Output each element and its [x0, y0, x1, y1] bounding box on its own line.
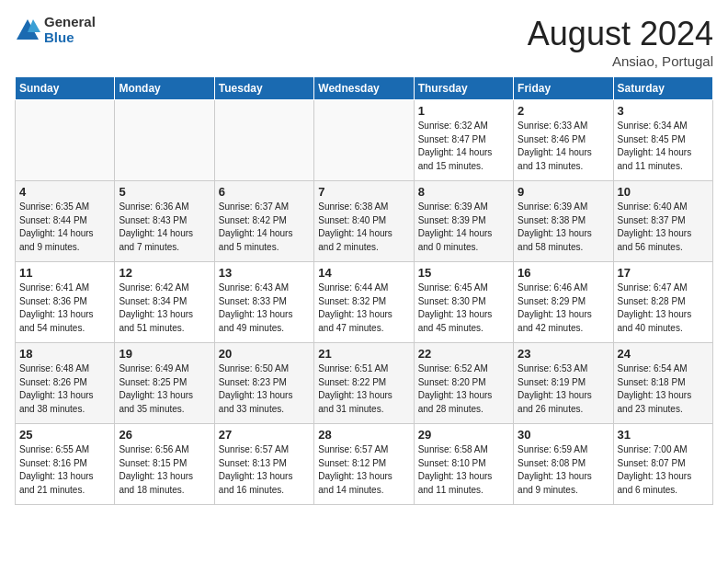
- day-info: Sunrise: 6:52 AM Sunset: 8:20 PM Dayligh…: [418, 362, 509, 416]
- day-info: Sunrise: 6:45 AM Sunset: 8:30 PM Dayligh…: [418, 282, 509, 335]
- day-info: Sunrise: 6:49 AM Sunset: 8:25 PM Dayligh…: [119, 362, 210, 416]
- title-block: August 2024 Ansiao, Portugal: [528, 15, 713, 69]
- calendar-cell: 15Sunrise: 6:45 AM Sunset: 8:30 PM Dayli…: [414, 262, 513, 343]
- day-number: 6: [219, 185, 310, 199]
- calendar-cell: 6Sunrise: 6:37 AM Sunset: 8:42 PM Daylig…: [214, 181, 313, 262]
- calendar-cell: 27Sunrise: 6:57 AM Sunset: 8:13 PM Dayli…: [214, 424, 313, 505]
- day-number: 3: [618, 104, 709, 118]
- day-info: Sunrise: 6:32 AM Sunset: 8:47 PM Dayligh…: [418, 120, 509, 173]
- day-number: 30: [518, 428, 609, 442]
- logo-text: General Blue: [44, 15, 96, 45]
- logo-general: General: [44, 15, 96, 30]
- calendar-cell: 26Sunrise: 6:56 AM Sunset: 8:15 PM Dayli…: [115, 424, 214, 505]
- header-day-monday: Monday: [115, 77, 214, 100]
- header-row: SundayMondayTuesdayWednesdayThursdayFrid…: [16, 77, 713, 100]
- calendar-cell: [314, 100, 414, 181]
- month-title: August 2024: [528, 15, 713, 53]
- header-day-saturday: Saturday: [613, 77, 712, 100]
- day-number: 27: [219, 428, 310, 442]
- calendar-cell: 31Sunrise: 7:00 AM Sunset: 8:07 PM Dayli…: [613, 424, 712, 505]
- calendar-cell: 22Sunrise: 6:52 AM Sunset: 8:20 PM Dayli…: [414, 343, 513, 424]
- day-info: Sunrise: 6:47 AM Sunset: 8:28 PM Dayligh…: [618, 282, 709, 335]
- day-number: 7: [318, 185, 409, 199]
- day-info: Sunrise: 6:55 AM Sunset: 8:16 PM Dayligh…: [19, 443, 110, 497]
- day-number: 23: [518, 347, 609, 361]
- calendar-body: 1Sunrise: 6:32 AM Sunset: 8:47 PM Daylig…: [16, 100, 713, 505]
- calendar-cell: 2Sunrise: 6:33 AM Sunset: 8:46 PM Daylig…: [514, 100, 613, 181]
- day-info: Sunrise: 6:33 AM Sunset: 8:46 PM Dayligh…: [518, 120, 609, 173]
- calendar-week-4: 18Sunrise: 6:48 AM Sunset: 8:26 PM Dayli…: [16, 343, 713, 424]
- day-number: 24: [618, 347, 709, 361]
- calendar-cell: 23Sunrise: 6:53 AM Sunset: 8:19 PM Dayli…: [514, 343, 613, 424]
- day-number: 11: [19, 266, 110, 280]
- day-info: Sunrise: 6:50 AM Sunset: 8:23 PM Dayligh…: [219, 362, 310, 416]
- day-number: 16: [518, 266, 609, 280]
- day-info: Sunrise: 6:44 AM Sunset: 8:32 PM Dayligh…: [318, 282, 409, 335]
- day-number: 31: [618, 428, 709, 442]
- day-number: 1: [418, 104, 509, 118]
- day-info: Sunrise: 6:57 AM Sunset: 8:12 PM Dayligh…: [318, 443, 409, 497]
- day-number: 22: [418, 347, 509, 361]
- calendar-cell: 29Sunrise: 6:58 AM Sunset: 8:10 PM Dayli…: [414, 424, 513, 505]
- day-number: 26: [119, 428, 210, 442]
- calendar-cell: [214, 100, 313, 181]
- day-number: 19: [119, 347, 210, 361]
- day-number: 4: [19, 185, 110, 199]
- logo-icon: [15, 17, 40, 43]
- day-number: 15: [418, 266, 509, 280]
- calendar-cell: 4Sunrise: 6:35 AM Sunset: 8:44 PM Daylig…: [16, 181, 115, 262]
- page-header: General Blue August 2024 Ansiao, Portuga…: [15, 15, 713, 69]
- logo-blue-text: Blue: [44, 30, 96, 46]
- day-info: Sunrise: 6:40 AM Sunset: 8:37 PM Dayligh…: [618, 201, 709, 254]
- day-info: Sunrise: 6:53 AM Sunset: 8:19 PM Dayligh…: [518, 362, 609, 416]
- calendar-cell: 13Sunrise: 6:43 AM Sunset: 8:33 PM Dayli…: [214, 262, 313, 343]
- day-number: 12: [119, 266, 210, 280]
- day-info: Sunrise: 6:46 AM Sunset: 8:29 PM Dayligh…: [518, 282, 609, 335]
- day-number: 29: [418, 428, 509, 442]
- day-info: Sunrise: 6:42 AM Sunset: 8:34 PM Dayligh…: [119, 282, 210, 335]
- header-day-thursday: Thursday: [414, 77, 513, 100]
- calendar-cell: 20Sunrise: 6:50 AM Sunset: 8:23 PM Dayli…: [214, 343, 313, 424]
- day-info: Sunrise: 6:57 AM Sunset: 8:13 PM Dayligh…: [219, 443, 310, 497]
- header-day-wednesday: Wednesday: [314, 77, 414, 100]
- calendar-cell: 25Sunrise: 6:55 AM Sunset: 8:16 PM Dayli…: [16, 424, 115, 505]
- calendar-cell: 14Sunrise: 6:44 AM Sunset: 8:32 PM Dayli…: [314, 262, 414, 343]
- calendar-cell: 12Sunrise: 6:42 AM Sunset: 8:34 PM Dayli…: [115, 262, 214, 343]
- calendar-cell: 11Sunrise: 6:41 AM Sunset: 8:36 PM Dayli…: [16, 262, 115, 343]
- day-number: 9: [518, 185, 609, 199]
- calendar-cell: 21Sunrise: 6:51 AM Sunset: 8:22 PM Dayli…: [314, 343, 414, 424]
- day-number: 28: [318, 428, 409, 442]
- calendar-cell: [115, 100, 214, 181]
- day-number: 8: [418, 185, 509, 199]
- calendar-cell: 5Sunrise: 6:36 AM Sunset: 8:43 PM Daylig…: [115, 181, 214, 262]
- calendar-table: SundayMondayTuesdayWednesdayThursdayFrid…: [15, 76, 713, 505]
- calendar-cell: 17Sunrise: 6:47 AM Sunset: 8:28 PM Dayli…: [613, 262, 712, 343]
- day-number: 13: [219, 266, 310, 280]
- day-number: 2: [518, 104, 609, 118]
- calendar-cell: 7Sunrise: 6:38 AM Sunset: 8:40 PM Daylig…: [314, 181, 414, 262]
- calendar-week-5: 25Sunrise: 6:55 AM Sunset: 8:16 PM Dayli…: [16, 424, 713, 505]
- day-number: 17: [618, 266, 709, 280]
- calendar-header: SundayMondayTuesdayWednesdayThursdayFrid…: [16, 77, 713, 100]
- calendar-cell: 8Sunrise: 6:39 AM Sunset: 8:39 PM Daylig…: [414, 181, 513, 262]
- calendar-cell: 10Sunrise: 6:40 AM Sunset: 8:37 PM Dayli…: [613, 181, 712, 262]
- day-info: Sunrise: 6:41 AM Sunset: 8:36 PM Dayligh…: [19, 282, 110, 335]
- calendar-cell: 28Sunrise: 6:57 AM Sunset: 8:12 PM Dayli…: [314, 424, 414, 505]
- day-number: 5: [119, 185, 210, 199]
- day-info: Sunrise: 6:34 AM Sunset: 8:45 PM Dayligh…: [618, 120, 709, 173]
- day-info: Sunrise: 6:48 AM Sunset: 8:26 PM Dayligh…: [19, 362, 110, 416]
- calendar-cell: [16, 100, 115, 181]
- day-number: 25: [19, 428, 110, 442]
- header-day-friday: Friday: [514, 77, 613, 100]
- day-info: Sunrise: 6:56 AM Sunset: 8:15 PM Dayligh…: [119, 443, 210, 497]
- calendar-week-3: 11Sunrise: 6:41 AM Sunset: 8:36 PM Dayli…: [16, 262, 713, 343]
- day-number: 10: [618, 185, 709, 199]
- day-number: 18: [19, 347, 110, 361]
- header-day-tuesday: Tuesday: [214, 77, 313, 100]
- day-number: 20: [219, 347, 310, 361]
- calendar-cell: 19Sunrise: 6:49 AM Sunset: 8:25 PM Dayli…: [115, 343, 214, 424]
- day-info: Sunrise: 6:51 AM Sunset: 8:22 PM Dayligh…: [318, 362, 409, 416]
- calendar-cell: 16Sunrise: 6:46 AM Sunset: 8:29 PM Dayli…: [514, 262, 613, 343]
- calendar-week-2: 4Sunrise: 6:35 AM Sunset: 8:44 PM Daylig…: [16, 181, 713, 262]
- calendar-cell: 9Sunrise: 6:39 AM Sunset: 8:38 PM Daylig…: [514, 181, 613, 262]
